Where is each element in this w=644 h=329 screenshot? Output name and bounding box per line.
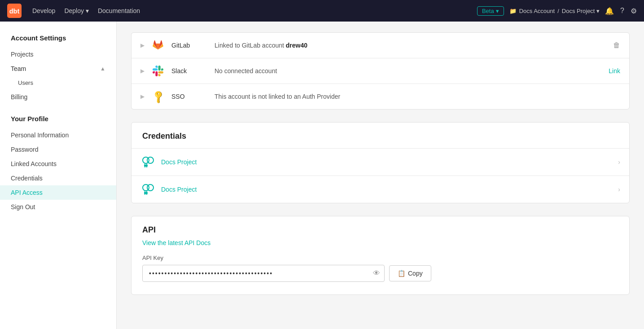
sso-name: SSO [171, 93, 207, 100]
gitlab-icon [152, 39, 164, 52]
topnav-right: Beta ▾ 📁 Docs Account / Docs Project ▾ 🔔… [477, 6, 637, 16]
copy-button[interactable]: 📋 Copy [389, 265, 431, 281]
svg-point-3 [147, 157, 153, 163]
sso-description: This account is not linked to an Auth Pr… [215, 93, 620, 100]
api-key-input[interactable] [142, 265, 385, 282]
team-collapse-icon: ▲ [100, 66, 105, 72]
credential-1-chevron: › [618, 158, 620, 166]
breadcrumb-separator: / [557, 8, 559, 14]
api-title: API [142, 225, 618, 235]
sso-icon: 🔑 [152, 90, 164, 103]
project-name[interactable]: Docs Project ▾ [562, 8, 600, 14]
gitlab-delete-button[interactable]: 🗑 [613, 41, 620, 49]
help-icon[interactable]: ? [620, 7, 624, 15]
top-navigation: dbt Develop Deploy ▾ Documentation Beta … [0, 0, 644, 22]
svg-rect-7 [144, 192, 148, 194]
sidebar-item-sign-out[interactable]: Sign Out [0, 200, 116, 214]
linked-row-slack: ▶ Slack No connected account Lin [131, 58, 629, 83]
credential-1-label: Docs Project [161, 158, 612, 166]
sidebar-item-api-access[interactable]: API Access [0, 185, 116, 200]
account-settings-title: Account Settings [0, 31, 116, 45]
copy-icon: 📋 [398, 270, 405, 277]
credentials-title: Credentials [131, 123, 629, 148]
nav-deploy[interactable]: Deploy ▾ [64, 7, 89, 14]
sidebar-item-billing[interactable]: Billing [0, 90, 116, 104]
api-key-input-wrapper: 👁 [142, 265, 385, 282]
api-key-visibility-toggle[interactable]: 👁 [373, 269, 380, 277]
credential-2-icon [140, 182, 155, 197]
linked-row-sso: ▶ 🔑 SSO This account is not linked to an… [131, 83, 629, 109]
credentials-row-2[interactable]: Docs Project › [131, 175, 629, 203]
sidebar-item-users[interactable]: Users [0, 76, 116, 90]
svg-text:dbt: dbt [9, 8, 20, 15]
api-section: API View the latest API Docs API Key 👁 📋… [131, 216, 629, 294]
sso-row-chevron[interactable]: ▶ [140, 93, 145, 100]
sidebar-item-password[interactable]: Password [0, 142, 116, 157]
topnav-icons: 🔔 ? ⚙ [605, 7, 637, 15]
slack-icon [152, 65, 164, 77]
slack-name: Slack [171, 67, 207, 75]
credentials-row-1[interactable]: Docs Project › [131, 148, 629, 175]
slack-row-chevron[interactable]: ▶ [140, 68, 145, 74]
nav-links: Develop Deploy ▾ Documentation [32, 7, 466, 14]
gitlab-name: GitLab [171, 42, 207, 49]
settings-icon[interactable]: ⚙ [631, 7, 637, 15]
credential-1-icon [140, 155, 155, 169]
api-key-label: API Key [142, 254, 618, 261]
sidebar-item-personal-information[interactable]: Personal Information [0, 128, 116, 142]
folder-icon: 📁 [509, 8, 517, 14]
sidebar-item-credentials[interactable]: Credentials [0, 171, 116, 185]
sidebar-item-linked-accounts[interactable]: Linked Accounts [0, 157, 116, 171]
linked-row-gitlab: ▶ GitLab Linked to GitLab account drew40 [131, 33, 629, 58]
project-breadcrumb: 📁 Docs Account / Docs Project ▾ [509, 8, 600, 14]
your-profile-title: Your Profile [0, 111, 116, 126]
api-docs-link[interactable]: View the latest API Docs [142, 239, 210, 246]
slack-description: No connected account [215, 67, 601, 75]
credential-2-chevron: › [618, 186, 620, 193]
gitlab-description: Linked to GitLab account drew40 [215, 42, 606, 49]
sidebar-item-projects[interactable]: Projects [0, 47, 116, 61]
sidebar-group-team[interactable]: Team ▲ [0, 61, 116, 76]
main-content: ▶ GitLab Linked to GitLab account drew40 [117, 22, 644, 329]
api-card: API View the latest API Docs API Key 👁 📋… [131, 216, 630, 295]
sidebar: Account Settings Projects Team ▲ Users B… [0, 22, 117, 329]
notifications-icon[interactable]: 🔔 [605, 7, 614, 15]
credentials-card: Credentials Docs Project › [131, 122, 630, 203]
beta-badge[interactable]: Beta ▾ [477, 6, 504, 16]
nav-develop[interactable]: Develop [32, 7, 55, 14]
linked-accounts-card: ▶ GitLab Linked to GitLab account drew40 [131, 32, 630, 110]
gitlab-row-chevron[interactable]: ▶ [140, 42, 145, 48]
credential-2-label: Docs Project [161, 186, 612, 193]
svg-point-6 [147, 184, 153, 191]
logo[interactable]: dbt [7, 4, 22, 18]
account-name: Docs Account [519, 8, 555, 14]
nav-documentation[interactable]: Documentation [98, 7, 140, 14]
svg-rect-4 [144, 165, 148, 167]
copy-label: Copy [408, 270, 423, 277]
slack-link-button[interactable]: Link [609, 67, 620, 75]
api-key-row: 👁 📋 Copy [142, 265, 618, 282]
